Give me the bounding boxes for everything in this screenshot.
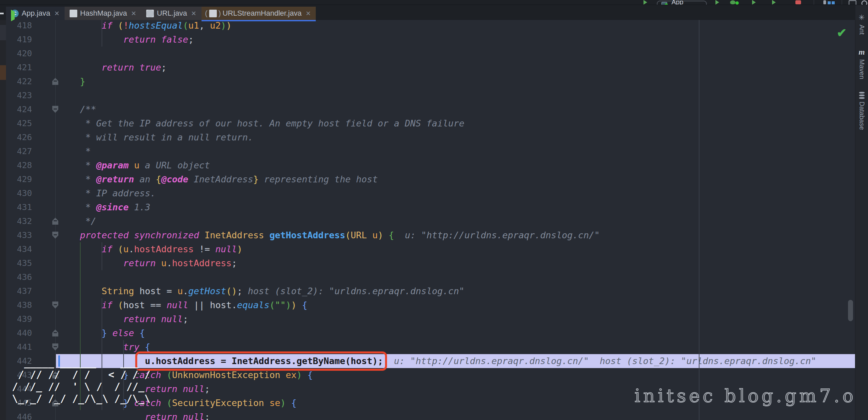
maven-icon: m (859, 47, 865, 57)
inline-debugger-hint: u: "http://urldns.epraqr.dnslog.cn/" hos… (383, 356, 816, 366)
inline-debugger-hint: u: "http://urldns.epraqr.dnslog.cn/" (394, 230, 600, 240)
line-number: 424 (12, 102, 32, 117)
code-line-432[interactable]: */ (58, 214, 96, 228)
tool-window-label: Database (858, 101, 866, 130)
run-config-label: App (672, 0, 683, 5)
line-number: 423 (12, 89, 32, 102)
stop-icon[interactable] (796, 0, 801, 4)
code-line-424[interactable]: /** (58, 102, 96, 117)
line-number: 428 (12, 158, 32, 172)
code-line-429[interactable]: * @return an {@code InetAddress} represe… (58, 172, 378, 186)
tool-window-button-ant[interactable]: ✳Ant (855, 13, 868, 35)
line-number: 436 (12, 270, 32, 284)
tool-window-button-database[interactable]: Database (855, 92, 868, 130)
close-icon[interactable]: ✕ (54, 10, 60, 17)
editor-scrollbar-thumb[interactable] (848, 300, 853, 321)
line-number: 427 (12, 144, 32, 158)
code-line-433[interactable]: protected synchronized InetAddress getHo… (58, 228, 600, 242)
code-line-425[interactable]: * Get the IP address of our host. An emp… (58, 117, 464, 130)
line-number: 446 (12, 410, 32, 420)
line-number: 433 (12, 228, 32, 242)
fold-end-icon[interactable] (52, 329, 58, 336)
code-line-421[interactable]: return true; (58, 61, 166, 74)
line-number: 419 (12, 33, 32, 46)
line-number: 422 (12, 74, 32, 89)
annotation-red-box (135, 351, 387, 371)
class-icon: C (70, 10, 77, 17)
code-line-430[interactable]: * IP address. (58, 186, 156, 200)
tool-window-icon[interactable] (849, 0, 856, 5)
run-config-combo[interactable]: App (657, 1, 707, 5)
line-number: 439 (12, 312, 32, 326)
close-icon[interactable]: ✕ (191, 10, 196, 17)
code-line-426[interactable]: * will result in a null return. (58, 130, 253, 144)
ide-window: App 418 if (!hostsEqual(u1, u2))419 retu… (0, 0, 868, 420)
code-line-440[interactable]: } else { (58, 326, 145, 340)
code-line-446[interactable]: return null; (58, 410, 210, 420)
ascii-art-watermark: _____ ______ ___ / // // / / < / / / / /… (6, 357, 150, 405)
search-icon[interactable] (861, 0, 867, 5)
run-icon[interactable] (715, 0, 719, 5)
code-line-434[interactable]: if (u.hostAddress != null) (58, 242, 243, 256)
coverage-run-icon[interactable] (752, 0, 756, 5)
tool-window-button-maven[interactable]: mMaven (855, 47, 868, 79)
lock-overlay-icon (209, 10, 217, 17)
code-line-427[interactable]: * (58, 144, 91, 158)
tab-label: URL.java (157, 9, 187, 18)
code-line-422[interactable]: } (58, 74, 85, 89)
ant-icon: ✳ (859, 13, 865, 22)
code-line-441[interactable]: try { (58, 340, 150, 354)
inline-debugger-hint: host (slot_2): "urldns.epraqr.dnslog.cn" (243, 286, 464, 296)
dot-overlay-icon (146, 10, 154, 17)
run-arrow-icon[interactable] (644, 0, 647, 5)
profiler-run-icon[interactable] (772, 0, 776, 5)
line-number: 429 (12, 172, 32, 186)
tab-label: App.java (22, 9, 50, 18)
line-number: 438 (12, 298, 32, 312)
tab-urlstreamhandler-java[interactable]: (C)URLStreamHandler.java✕ (202, 7, 316, 20)
tab-url-java[interactable]: CURL.java✕ (141, 7, 201, 20)
toolbar-separator (842, 0, 842, 5)
line-number: 440 (12, 326, 32, 340)
tab-hashmap-java[interactable]: CHashMap.java✕ (65, 7, 142, 20)
code-line-437[interactable]: String host = u.getHost(); host (slot_2)… (58, 284, 464, 298)
line-number: 430 (12, 186, 32, 200)
right-tool-window-bar: ✳AntmMavenDatabase (855, 0, 868, 420)
line-number: 437 (12, 284, 32, 298)
fold-start-icon[interactable] (52, 232, 58, 238)
fold-end-icon[interactable] (52, 218, 58, 225)
inspection-ok-icon[interactable]: ✔ (837, 26, 847, 40)
layout-blue-square (828, 1, 831, 4)
fold-end-icon[interactable] (52, 78, 58, 85)
close-icon[interactable]: ✕ (305, 10, 311, 17)
tab-label: URLStreamHandler.java (222, 9, 302, 18)
code-line-435[interactable]: return u.hostAddress; (58, 256, 237, 270)
code-line-428[interactable]: * @param u a URL object (58, 158, 210, 172)
active-tab-underline (202, 20, 316, 21)
code-line-439[interactable]: return null; (58, 312, 188, 326)
line-number: 426 (12, 130, 32, 144)
tab-label: HashMap.java (80, 9, 127, 18)
class-icon: C (146, 10, 154, 17)
running-dot-icon (665, 3, 668, 5)
left-edge-dash (0, 13, 4, 14)
class-icon: C (209, 10, 217, 17)
lock-overlay-icon (70, 10, 77, 17)
fold-start-icon[interactable] (52, 301, 58, 309)
close-icon[interactable]: ✕ (131, 10, 136, 17)
code-line-431[interactable]: * @since 1.3 (58, 200, 150, 214)
line-number: 432 (12, 214, 32, 228)
line-number: 421 (12, 61, 32, 74)
left-panel-edge (0, 0, 6, 420)
run-overlay-icon (11, 10, 22, 21)
fold-start-icon[interactable] (52, 106, 58, 113)
debug-icon[interactable] (730, 0, 736, 4)
line-number: 434 (12, 242, 32, 256)
layout-icon[interactable] (824, 0, 826, 4)
debug-running-dot-icon (736, 1, 739, 5)
line-number: 431 (12, 200, 32, 214)
tab-app-java[interactable]: CApp.java✕ (6, 7, 65, 20)
code-line-438[interactable]: if (host == null || host.equals("")) { (58, 298, 307, 312)
fold-start-icon[interactable] (52, 344, 58, 350)
code-line-419[interactable]: return false; (58, 33, 193, 46)
